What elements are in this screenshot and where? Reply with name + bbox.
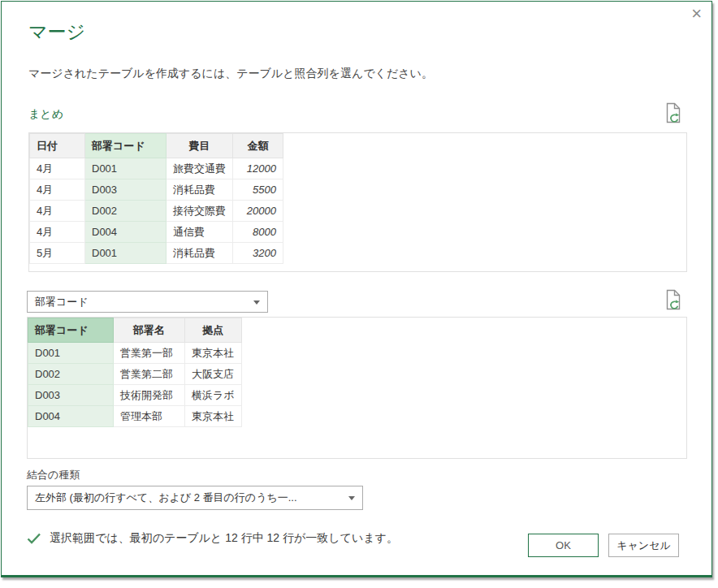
lookup-header-row: 部署コード 部署名 拠点 (28, 318, 242, 343)
close-icon[interactable]: × (691, 5, 702, 23)
table-row: 5月 D001 消耗品費 3200 (30, 243, 283, 264)
table-row: D003 技術開発部 横浜ラボ (28, 385, 242, 406)
table-row: D004 管理本部 東京本社 (28, 406, 242, 427)
table-cell[interactable]: 横浜ラボ (185, 385, 242, 406)
table-cell[interactable]: 4月 (30, 222, 85, 243)
table-cell[interactable]: 管理本部 (114, 406, 185, 427)
summary-col-amount[interactable]: 金額 (233, 134, 283, 158)
table-cell[interactable]: 東京本社 (185, 343, 242, 364)
table-cell[interactable]: D003 (28, 385, 114, 406)
cancel-button[interactable]: キャンセル (608, 534, 679, 557)
table-cell[interactable]: 3200 (233, 243, 283, 264)
join-kind-label: 結合の種類 (27, 468, 80, 482)
table-cell[interactable]: 接待交際費 (167, 201, 233, 222)
table-cell[interactable]: 大阪支店 (185, 364, 242, 385)
table-cell[interactable]: 通信費 (167, 222, 233, 243)
table-cell[interactable]: D001 (85, 158, 167, 179)
lookup-table-container: 部署コード 部署名 拠点 D001 営業第一部 東京本社 D002 営業第二部 … (27, 317, 687, 459)
table-cell[interactable]: D003 (85, 179, 167, 201)
ok-button[interactable]: OK (528, 534, 599, 557)
summary-col-dept-code[interactable]: 部署コード (85, 134, 167, 158)
table-cell[interactable]: 旅費交通費 (167, 158, 233, 179)
refresh-preview-icon[interactable] (664, 289, 682, 310)
lookup-col-dept-name[interactable]: 部署名 (114, 318, 185, 343)
lookup-col-location[interactable]: 拠点 (185, 318, 242, 343)
match-status: 選択範囲では、最初のテーブルと 12 行中 12 行が一致しています。 (27, 531, 398, 546)
table-cell[interactable]: 4月 (30, 201, 85, 222)
table-cell[interactable]: 営業第二部 (114, 364, 185, 385)
lookup-table-selector[interactable]: 部署コード (27, 291, 268, 313)
table-cell[interactable]: 8000 (233, 222, 283, 243)
table-cell[interactable]: 技術開発部 (114, 385, 185, 406)
summary-header-row: 日付 部署コード 費目 金額 (30, 134, 283, 158)
summary-table-label: まとめ (28, 107, 63, 122)
table-cell[interactable]: 4月 (30, 158, 85, 179)
dialog-subtitle: マージされたテーブルを作成するには、テーブルと照合列を選んでください。 (28, 67, 433, 81)
table-cell[interactable]: 東京本社 (185, 406, 242, 427)
table-cell[interactable]: 消耗品費 (167, 179, 233, 201)
table-row: 4月 D004 通信費 8000 (30, 222, 283, 243)
summary-table-container: 日付 部署コード 費目 金額 4月 D001 旅費交通費 12000 4月 D0… (28, 132, 687, 272)
table-cell[interactable]: D002 (85, 201, 167, 222)
match-status-text: 選択範囲では、最初のテーブルと 12 行中 12 行が一致しています。 (50, 531, 398, 546)
table-row: 4月 D003 消耗品費 5500 (30, 179, 283, 201)
table-cell[interactable]: D004 (28, 406, 114, 427)
chevron-down-icon (348, 496, 355, 500)
summary-col-date[interactable]: 日付 (30, 134, 85, 158)
table-row: D002 営業第二部 大阪支店 (28, 364, 242, 385)
table-cell[interactable]: 5月 (30, 243, 85, 264)
table-cell[interactable]: 営業第一部 (114, 343, 185, 364)
summary-col-expense[interactable]: 費目 (167, 134, 233, 158)
summary-table: 日付 部署コード 費目 金額 4月 D001 旅費交通費 12000 4月 D0… (29, 133, 283, 264)
table-cell[interactable]: D001 (85, 243, 167, 264)
table-cell[interactable]: 20000 (233, 201, 283, 222)
lookup-col-dept-code[interactable]: 部署コード (28, 318, 114, 343)
table-row: 4月 D001 旅費交通費 12000 (30, 158, 283, 179)
table-cell[interactable]: 5500 (233, 179, 283, 201)
check-icon (27, 533, 41, 544)
join-kind-selector[interactable]: 左外部 (最初の行すべて、および 2 番目の行のうち一... (27, 486, 363, 510)
refresh-preview-icon[interactable] (664, 102, 682, 123)
table-cell[interactable]: 消耗品費 (167, 243, 233, 264)
table-cell[interactable]: 12000 (233, 158, 283, 179)
table-row: D001 営業第一部 東京本社 (28, 343, 242, 364)
lookup-table: 部署コード 部署名 拠点 D001 営業第一部 東京本社 D002 営業第二部 … (28, 318, 242, 427)
table-row: 4月 D002 接待交際費 20000 (30, 201, 283, 222)
chevron-down-icon (253, 300, 260, 305)
dialog-title: マージ (28, 19, 85, 45)
table-cell[interactable]: 4月 (30, 179, 85, 201)
table-cell[interactable]: D001 (28, 343, 114, 364)
table-cell[interactable]: D004 (85, 222, 167, 243)
lookup-table-selector-value: 部署コード (35, 295, 89, 309)
join-kind-value: 左外部 (最初の行すべて、および 2 番目の行のうち一... (35, 491, 297, 505)
table-cell[interactable]: D002 (28, 364, 114, 385)
merge-dialog: × マージ マージされたテーブルを作成するには、テーブルと照合列を選んでください… (1, 1, 712, 577)
